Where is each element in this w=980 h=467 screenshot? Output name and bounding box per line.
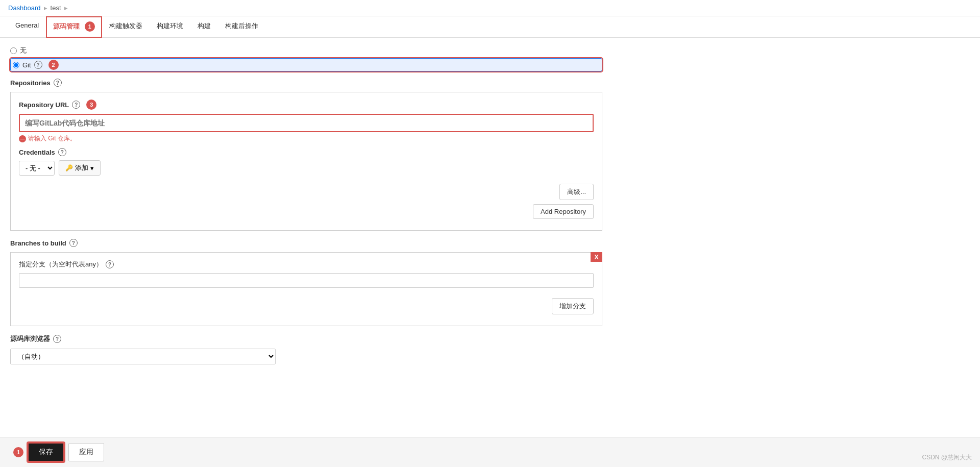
add-repository-button[interactable]: Add Repository bbox=[533, 204, 594, 219]
scm-none-label: 无 bbox=[20, 46, 27, 55]
main-container: General 源码管理 1 构建触发器 构建环境 构建 构建后操作 无 Git… bbox=[0, 16, 980, 465]
scm-git-option[interactable]: Git ? 2 bbox=[10, 58, 602, 71]
repo-url-help-icon[interactable]: ? bbox=[72, 101, 80, 109]
tab-post[interactable]: 构建后操作 bbox=[218, 16, 265, 38]
source-browser-help-icon[interactable]: ? bbox=[53, 335, 61, 343]
error-icon: — bbox=[19, 135, 26, 142]
add-repo-row: Add Repository bbox=[19, 204, 594, 219]
add-credential-button[interactable]: 🔑 添加 ▾ bbox=[59, 160, 101, 176]
tab-general[interactable]: General bbox=[8, 16, 46, 38]
credentials-row: - 无 - 🔑 添加 ▾ bbox=[19, 160, 594, 176]
scm-git-label: Git bbox=[22, 61, 31, 69]
scm-none-option[interactable]: 无 bbox=[10, 46, 602, 55]
breadcrumb-sep2: ▸ bbox=[64, 4, 68, 12]
repository-box: Repository URL ? 3 — 请输入 Git 仓库。 Credent… bbox=[10, 92, 602, 231]
branch-specifier-help-icon[interactable]: ? bbox=[106, 260, 114, 268]
branch-item: X 指定分支（为空时代表any） ? */master 增加分支 bbox=[10, 252, 602, 326]
save-annotation: 1 bbox=[13, 447, 23, 457]
repo-url-error: — 请输入 Git 仓库。 bbox=[19, 134, 594, 143]
branches-section: Branches to build ? X 指定分支（为空时代表any） ? *… bbox=[10, 239, 602, 326]
watermark: CSDN @慧闲大大 bbox=[922, 453, 972, 462]
breadcrumb: Dashboard ▸ test ▸ bbox=[0, 0, 980, 16]
breadcrumb-project: test bbox=[51, 4, 61, 12]
tab-source[interactable]: 源码管理 1 bbox=[46, 16, 102, 38]
repo-url-annotation: 3 bbox=[86, 100, 96, 110]
scm-git-annotation: 2 bbox=[48, 60, 59, 70]
bottom-action-bar: 1 保存 应用 bbox=[0, 437, 980, 465]
key-icon: 🔑 bbox=[65, 164, 73, 171]
repositories-help-icon[interactable]: ? bbox=[54, 79, 62, 87]
content-area: 无 Git ? 2 Repositories ? Repository URL … bbox=[0, 38, 612, 395]
branches-help-icon[interactable]: ? bbox=[69, 239, 78, 247]
add-branch-button[interactable]: 增加分支 bbox=[552, 298, 594, 314]
add-branch-row: 增加分支 bbox=[19, 298, 594, 314]
credentials-label: Credentials ? bbox=[19, 148, 594, 156]
scm-git-help-icon[interactable]: ? bbox=[34, 61, 42, 69]
branches-label: Branches to build ? bbox=[10, 239, 602, 247]
advanced-button[interactable]: 高级... bbox=[559, 184, 594, 200]
breadcrumb-sep1: ▸ bbox=[44, 4, 47, 12]
repo-url-input-wrapper bbox=[19, 114, 594, 132]
scm-git-radio[interactable] bbox=[13, 62, 19, 68]
repositories-label: Repositories ? bbox=[10, 79, 602, 87]
tab-triggers[interactable]: 构建触发器 bbox=[102, 16, 150, 38]
apply-button[interactable]: 应用 bbox=[68, 443, 104, 461]
repo-buttons-row: 高级... bbox=[19, 184, 594, 200]
repo-url-label: Repository URL ? 3 bbox=[19, 100, 594, 110]
add-cred-chevron: ▾ bbox=[90, 164, 94, 172]
branch-specifier-label: 指定分支（为空时代表any） ? bbox=[19, 260, 594, 269]
repo-url-input[interactable] bbox=[20, 115, 593, 131]
tabs-bar: General 源码管理 1 构建触发器 构建环境 构建 构建后操作 bbox=[0, 16, 980, 38]
source-browser-select[interactable]: （自动） bbox=[10, 349, 276, 364]
breadcrumb-dashboard[interactable]: Dashboard bbox=[8, 4, 41, 12]
branch-delete-button[interactable]: X bbox=[591, 252, 602, 262]
tab-build[interactable]: 构建 bbox=[190, 16, 218, 38]
scm-radio-group: 无 Git ? 2 bbox=[10, 46, 602, 71]
source-browser-section: 源码库浏览器 ? （自动） bbox=[10, 334, 602, 364]
credentials-select[interactable]: - 无 - bbox=[19, 161, 55, 176]
tab-source-annotation: 1 bbox=[85, 21, 95, 32]
tab-env[interactable]: 构建环境 bbox=[150, 16, 190, 38]
credentials-help-icon[interactable]: ? bbox=[58, 148, 66, 156]
save-button[interactable]: 保存 bbox=[28, 443, 64, 462]
source-browser-label: 源码库浏览器 ? bbox=[10, 334, 602, 343]
scm-none-radio[interactable] bbox=[10, 47, 17, 54]
branch-specifier-input[interactable]: */master bbox=[19, 273, 594, 288]
